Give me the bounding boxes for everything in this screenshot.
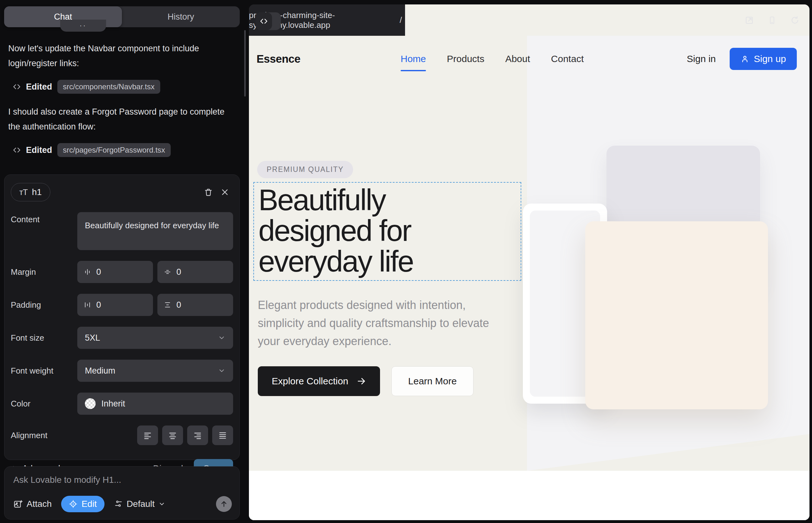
model-label: Default — [127, 499, 155, 509]
hero-card-cream — [585, 221, 768, 409]
file-chip[interactable]: src/pages/ForgotPassword.tsx — [57, 143, 171, 157]
phone-icon — [768, 16, 777, 25]
explore-label: Explore Collection — [272, 376, 348, 386]
align-left-button[interactable] — [137, 426, 158, 445]
learn-more-button[interactable]: Learn More — [391, 366, 474, 396]
refresh-button[interactable] — [789, 14, 801, 26]
margin-x-field[interactable] — [77, 261, 153, 283]
nav-link-about[interactable]: About — [505, 54, 530, 64]
code-view-segment[interactable] — [255, 12, 272, 30]
margin-x-input[interactable] — [96, 267, 115, 277]
align-right-icon — [193, 431, 202, 440]
alignment-row: Alignment — [11, 426, 233, 445]
color-select[interactable]: Inherit — [77, 393, 233, 415]
font-size-select[interactable]: 5XL — [77, 327, 233, 349]
font-weight-value: Medium — [85, 366, 115, 376]
prompt-input[interactable] — [13, 475, 231, 485]
open-external-button[interactable] — [743, 14, 756, 26]
font-size-label: Font size — [11, 333, 77, 343]
align-center-button[interactable] — [162, 426, 183, 445]
delete-element-button[interactable] — [200, 184, 217, 200]
site-navbar: Essence Home Products About Contact Sign… — [249, 36, 810, 82]
margin-y-field[interactable] — [157, 261, 233, 283]
attach-image-icon — [13, 499, 23, 509]
alignment-label: Alignment — [11, 431, 77, 440]
mobile-preview-button[interactable] — [766, 14, 778, 26]
premium-badge: PREMIUM QUALITY — [257, 161, 353, 178]
model-selector[interactable]: Default — [114, 499, 166, 509]
sliders-icon — [114, 500, 123, 508]
tab-history[interactable]: History — [122, 6, 240, 27]
align-right-button[interactable] — [187, 426, 208, 445]
scrolled-pill: ·· — [60, 20, 106, 32]
refresh-icon — [791, 16, 799, 25]
edit-label: Edit — [82, 499, 96, 509]
send-button[interactable] — [216, 496, 232, 512]
nav-link-home[interactable]: Home — [401, 54, 426, 64]
edit-mode-button[interactable]: Edit — [61, 496, 104, 512]
content-row: Content Beautifully designed for everyda… — [11, 212, 233, 250]
edited-label: Edited — [26, 145, 52, 155]
pill-dots: ·· — [80, 21, 87, 30]
color-row: Color Inherit — [11, 393, 233, 415]
margin-y-input[interactable] — [176, 267, 195, 277]
content-input[interactable]: Beautifully designed for everyday life — [77, 212, 233, 250]
sign-in-link[interactable]: Sign in — [687, 54, 716, 64]
padding-vertical-icon — [164, 301, 171, 309]
padding-y-input[interactable] — [176, 300, 195, 310]
app-root: Chat History ·· Now let's update the Nav… — [0, 0, 812, 523]
text-size-icon: тT — [19, 187, 28, 197]
editor-header: тT h1 — [11, 183, 233, 201]
nav-link-contact[interactable]: Contact — [551, 54, 584, 64]
padding-x-field[interactable] — [77, 294, 153, 316]
sign-up-button[interactable]: Sign up — [730, 48, 797, 70]
assistant-message: I should also create a Forgot Password p… — [8, 105, 238, 134]
attach-button[interactable]: Attach — [13, 499, 52, 509]
edited-file-row[interactable]: Edited src/pages/ForgotPassword.tsx — [13, 143, 238, 157]
chat-history-tabbar: Chat History — [4, 6, 240, 27]
font-weight-row: Font weight Medium — [11, 360, 233, 382]
chat-scrollbar[interactable] — [244, 30, 246, 96]
chevron-down-icon — [218, 367, 226, 375]
margin-vertical-icon — [164, 268, 171, 276]
code-icon — [13, 146, 21, 154]
padding-label: Padding — [11, 300, 77, 310]
edited-file-row[interactable]: Edited src/components/Navbar.tsx — [13, 80, 238, 94]
padding-y-field[interactable] — [157, 294, 233, 316]
align-left-icon — [143, 431, 152, 440]
edited-label: Edited — [26, 82, 52, 92]
file-chip[interactable]: src/components/Navbar.tsx — [57, 80, 160, 94]
arrow-right-icon — [357, 376, 366, 386]
font-weight-label: Font weight — [11, 366, 77, 376]
explore-collection-button[interactable]: Explore Collection — [258, 366, 380, 396]
assistant-message: Now let's update the Navbar component to… — [8, 41, 238, 71]
external-link-icon — [744, 16, 754, 25]
font-weight-select[interactable]: Medium — [77, 360, 233, 382]
site-page: Essence Home Products About Contact Sign… — [249, 36, 810, 520]
target-icon — [69, 500, 77, 508]
close-editor-button[interactable] — [217, 184, 233, 200]
trash-icon — [204, 188, 213, 197]
code-icon — [13, 83, 21, 91]
padding-x-input[interactable] — [96, 300, 115, 310]
font-size-row: Font size 5XL — [11, 327, 233, 349]
browser-chrome: preview--charming-site-symphony.lovable.… — [249, 4, 810, 36]
margin-row: Margin — [11, 261, 233, 283]
arrow-up-icon — [220, 500, 228, 508]
padding-horizontal-icon — [84, 301, 91, 309]
user-icon — [740, 54, 749, 63]
align-justify-button[interactable] — [212, 426, 233, 445]
align-justify-icon — [218, 431, 227, 440]
align-center-icon — [168, 431, 177, 440]
font-size-value: 5XL — [85, 333, 100, 343]
nav-link-products[interactable]: Products — [447, 54, 484, 64]
selected-element-pill[interactable]: тT h1 — [11, 183, 50, 201]
hero-heading[interactable]: Beautifully designed for everyday life — [259, 184, 455, 277]
color-label: Color — [11, 399, 77, 409]
chat-messages: Now let's update the Navbar component to… — [8, 41, 238, 168]
chevron-down-icon — [158, 501, 165, 507]
view-mode-toggle[interactable] — [255, 12, 281, 30]
attach-label: Attach — [27, 499, 52, 509]
site-logo[interactable]: Essence — [257, 53, 301, 65]
sign-up-label: Sign up — [754, 54, 786, 64]
